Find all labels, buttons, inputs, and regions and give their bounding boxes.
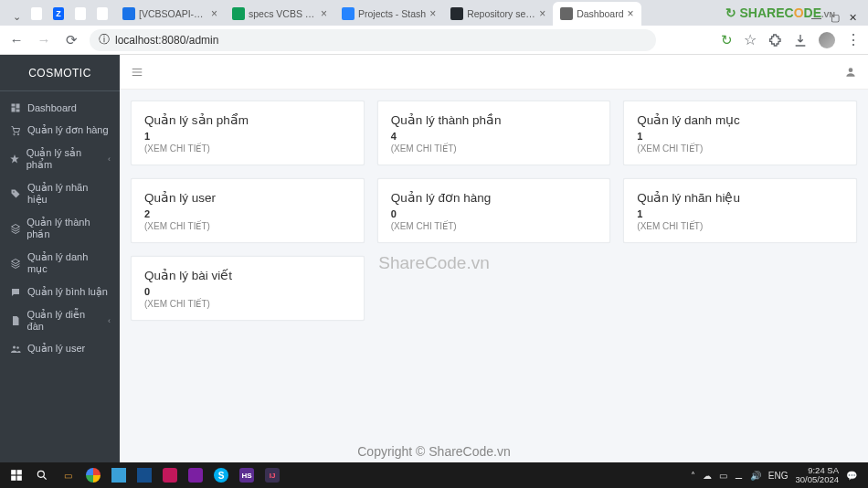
sidebar-item[interactable]: Quản lý user [0,337,120,360]
search-button[interactable] [29,462,55,488]
tray-arrow-icon[interactable]: ˄ [691,471,695,481]
dashboard-card[interactable]: Quản lý danh mục1(XEM CHI TIẾT) [623,101,857,165]
browser-tab[interactable]: M [93,2,115,26]
card-count: 2 [144,208,351,219]
bookmark-icon[interactable]: ☆ [744,31,757,48]
dashboard-card[interactable]: Quản lý sản phẩm1(XEM CHI TIẾT) [131,101,365,165]
tray-notifications-icon[interactable]: 💬 [846,471,857,481]
watermark-copyright: Copyright © ShareCode.vn [357,444,511,459]
comment-icon [9,287,22,298]
tray-wifi-icon[interactable]: ⚊ [735,471,743,481]
task-view-button[interactable]: ▭ [55,462,80,488]
taskbar-app-chrome[interactable] [80,462,106,488]
card-detail-link[interactable]: (XEM CHI TIẾT) [391,143,598,154]
browser-address-bar: ← → ⟳ ⓘ localhost:8080/admin ↻ ☆ ⋮ [0,26,868,55]
window-close[interactable]: ✕ [849,12,857,24]
tray-volume-icon[interactable]: 🔊 [750,471,761,481]
dashboard-card[interactable]: Quản lý user2(XEM CHI TIẾT) [131,178,365,243]
user-menu-icon[interactable] [844,66,857,79]
profile-avatar[interactable] [819,32,835,48]
tab-close-icon[interactable]: × [429,7,436,20]
refresh-extension-icon[interactable]: ↻ [721,32,733,48]
sidebar-item[interactable]: Quản lý nhãn hiệu [0,176,120,211]
taskbar-app-skype[interactable]: S [208,462,234,488]
svg-point-9 [849,68,853,72]
svg-point-14 [37,471,44,477]
dashboard-cards: Quản lý sản phẩm1(XEM CHI TIẾT)Quản lý t… [120,90,868,332]
sidebar-item[interactable]: Quản lý diễn đàn‹ [0,303,120,337]
tab-title: specs VCBS - Google T [249,8,317,19]
taskbar-app-4[interactable] [183,462,208,488]
browser-tab[interactable]: Repository search resu× [443,2,553,26]
tab-close-icon[interactable]: × [628,7,634,20]
reload-button[interactable]: ⟳ [62,32,80,48]
taskbar-app-hs[interactable]: HS [234,462,259,488]
svg-point-8 [16,346,19,349]
card-detail-link[interactable]: (XEM CHI TIẾT) [144,221,351,231]
sidebar-item-label: Dashboard [27,102,77,113]
brand-title[interactable]: COSMOTIC [0,55,120,91]
forward-button[interactable]: → [35,32,53,48]
sidebar-item-label: Quản lý đơn hàng [27,124,109,136]
tag-icon [9,188,22,199]
browser-tab[interactable]: Projects - Stash× [334,2,443,26]
browser-tab[interactable] [27,2,49,26]
tray-cloud-icon[interactable]: ☁ [703,471,712,481]
site-info-icon[interactable]: ⓘ [99,32,110,48]
card-title: Quản lý user [144,190,351,205]
dashboard-card[interactable]: Quản lý đơn hàng0(XEM CHI TIẾT) [377,178,611,243]
svg-rect-10 [11,470,16,474]
tab-favicon [560,7,573,20]
tab-close-icon[interactable]: × [211,7,217,20]
taskbar-app-1[interactable] [106,462,132,488]
tab-favicon: M [97,7,108,20]
tray-lang[interactable]: ENG [768,471,789,481]
card-title: Quản lý sản phẩm [144,112,351,127]
svg-rect-0 [12,104,16,107]
browser-tab[interactable]: specs VCBS - Google T× [225,2,334,26]
main-content: Quản lý sản phẩm1(XEM CHI TIẾT)Quản lý t… [120,55,868,462]
svg-rect-11 [17,470,22,474]
sidebar-item[interactable]: Quản lý đơn hàng [0,119,120,142]
tray-clock[interactable]: 9:24 SA 30/05/2024 [795,466,839,485]
taskbar-app-3[interactable] [157,462,183,488]
back-button[interactable]: ← [7,32,26,48]
dashboard-card[interactable]: Quản lý thành phần4(XEM CHI TIẾT) [377,101,611,165]
downloads-icon[interactable] [793,33,808,48]
dashboard-card[interactable]: Quản lý nhãn hiệu1(XEM CHI TIẾT) [623,178,857,243]
browser-tab[interactable]: Dashboard× [553,2,640,26]
chrome-menu-dropdown[interactable]: ⌄ [7,7,26,26]
tab-title: Projects - Stash [358,8,426,19]
card-detail-link[interactable]: (XEM CHI TIẾT) [637,143,843,154]
card-count: 0 [391,208,598,219]
card-detail-link[interactable]: (XEM CHI TIẾT) [144,299,351,309]
browser-tab[interactable]: [VCBSOAPI-271] Store× [115,2,225,26]
card-detail-link[interactable]: (XEM CHI TIẾT) [637,221,843,231]
dashboard-card[interactable]: Quản lý bài viết0(XEM CHI TIẾT) [131,256,365,321]
taskbar-app-ij[interactable]: IJ [259,462,285,488]
browser-tab[interactable] [71,2,93,26]
card-detail-link[interactable]: (XEM CHI TIẾT) [144,143,351,154]
card-detail-link[interactable]: (XEM CHI TIẾT) [391,221,598,231]
url-text: localhost:8080/admin [115,34,218,47]
svg-rect-3 [16,110,20,112]
sidebar-item[interactable]: Dashboard [0,97,120,119]
sidebar-item[interactable]: Quản lý danh mục [0,246,120,281]
tray-battery-icon[interactable]: ▭ [719,471,727,481]
card-count: 1 [637,208,843,219]
chrome-menu-icon[interactable]: ⋮ [846,31,861,48]
users-icon [9,344,22,355]
taskbar-app-2[interactable] [132,462,157,488]
svg-rect-2 [12,108,16,112]
hamburger-icon[interactable] [131,66,143,79]
sidebar-item[interactable]: Quản lý thành phần [0,211,120,246]
sidebar-item[interactable]: Quản lý bình luận [0,281,120,303]
tab-close-icon[interactable]: × [539,7,545,20]
sidebar-item[interactable]: Quản lý sản phẩm‹ [0,142,120,176]
tab-favicon: Z [53,7,64,20]
extensions-icon[interactable] [767,33,782,48]
start-button[interactable] [4,462,29,488]
tab-close-icon[interactable]: × [321,7,327,20]
browser-tab[interactable]: Z [49,2,71,26]
url-input[interactable]: ⓘ localhost:8080/admin [90,29,656,51]
